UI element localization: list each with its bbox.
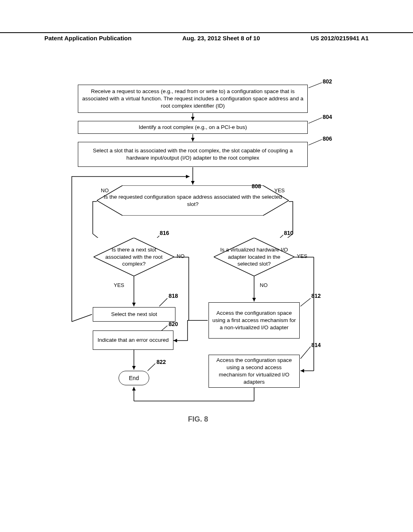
label-816-yes: YES [114,282,124,288]
ref-802: 802 [323,78,332,85]
decision-808-text: Is the requested configuration space add… [97,193,289,208]
svg-line-22 [159,298,167,306]
label-810-no: NO [260,282,268,288]
page-header: Patent Application Publication Aug. 23, … [0,32,413,42]
decision-810-text: Is a virtualized hardware I/O adapter lo… [214,246,294,268]
ref-804: 804 [323,114,332,120]
decision-816: Is there a next slot associated with the… [94,238,174,276]
flowchart: Receive a request to access (e.g., read … [69,81,343,451]
step-818-text: Select the next slot [111,311,157,318]
step-820: Indicate that an error occured [93,330,173,350]
ref-808: 808 [252,183,261,189]
terminator-end: End [119,371,149,385]
svg-line-17 [309,83,322,88]
ref-816: 816 [160,230,169,236]
terminator-end-text: End [129,375,139,381]
ref-806: 806 [323,135,332,142]
label-808-yes: YES [274,187,285,193]
decision-810: Is a virtualized hardware I/O adapter lo… [214,238,294,276]
decision-816-text: Is there a next slot associated with the… [94,246,174,268]
ref-820: 820 [169,321,178,327]
ref-818: 818 [169,293,178,299]
svg-line-4 [72,314,92,322]
svg-line-24 [148,364,155,371]
label-810-yes: YES [297,253,307,259]
label-808-no: NO [101,187,109,193]
header-left: Patent Application Publication [44,35,131,42]
step-802: Receive a request to access (e.g., read … [78,85,308,113]
step-806: Select a slot that is associated with th… [78,142,308,167]
ref-812: 812 [311,293,321,299]
svg-line-21 [300,347,311,359]
step-814-text: Access the configuration space using a s… [212,357,296,386]
step-804-text: Identify a root complex (e.g., on a PCI-… [139,124,247,131]
step-806-text: Select a slot that is associated with th… [81,147,304,162]
step-820-text: Indicate that an error occured [98,337,169,344]
step-814: Access the configuration space using a s… [209,355,300,388]
step-818: Select the next slot [93,307,175,322]
header-right: US 2012/0215941 A1 [311,35,369,42]
step-812-text: Access the configuration space using a f… [212,310,296,332]
ref-814: 814 [311,342,321,348]
label-816-no: NO [177,253,185,259]
header-center: Aug. 23, 2012 Sheet 8 of 10 [182,35,260,42]
step-802-text: Receive a request to access (e.g., read … [81,88,304,110]
ref-822: 822 [156,359,166,365]
decision-808: Is the requested configuration space add… [97,185,289,216]
svg-line-19 [309,139,322,145]
figure-caption: FIG. 8 [188,415,208,424]
step-804: Identify a root complex (e.g., on a PCI-… [78,121,308,134]
svg-line-20 [300,298,311,306]
ref-810: 810 [284,230,293,236]
svg-line-18 [309,118,322,123]
step-812: Access the configuration space using a f… [209,302,300,339]
